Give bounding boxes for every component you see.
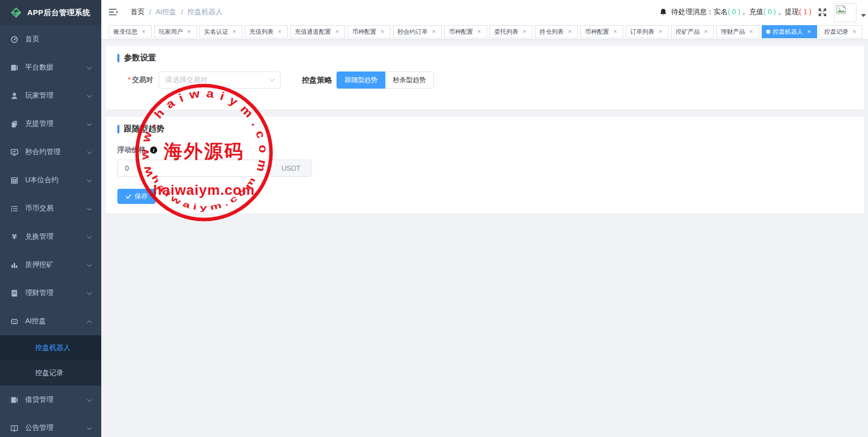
avatar[interactable] (834, 3, 856, 22)
notice-label-1: 实名 (714, 8, 728, 16)
tag-tab[interactable]: 持仓列表× (535, 25, 578, 38)
sidebar-item-seconds-contract[interactable]: 秒合约管理 (0, 138, 101, 166)
close-icon[interactable]: × (276, 28, 283, 35)
chevron-down-icon (87, 121, 92, 126)
tag-tab[interactable]: 账变信息× (109, 25, 152, 38)
hamburger-icon[interactable] (109, 8, 118, 16)
fullscreen-icon[interactable] (818, 8, 827, 17)
sidebar-item-label: 理财管理 (25, 288, 88, 298)
header-actions: 待处理消息：实名( 0 )， 充值( 0 )， 提现( 1 ) (659, 2, 868, 22)
tag-tab[interactable]: 币种配置× (348, 25, 390, 38)
tag-tab-label: 币种配置 (585, 28, 609, 36)
sidebar-submenu: 控盘机器人控盘记录 (0, 335, 101, 386)
close-icon[interactable]: × (476, 28, 483, 35)
main-content: 参数设置 *交易对 请选择交易对 控盘策略 跟随型趋势秒杀型趋势 跟随型趋势 浮… (101, 40, 868, 437)
float-price-row: 浮动价格 i (111, 145, 858, 155)
close-icon[interactable]: × (379, 28, 386, 35)
app-logo: APP后台管理系统 (0, 0, 101, 25)
close-icon[interactable]: × (566, 28, 573, 35)
sidebar-item-ai-control[interactable]: AI控盘 (0, 307, 101, 335)
tag-tab[interactable]: 控盘记录× (820, 25, 862, 38)
tag-tab-label: 充值通道配置 (295, 28, 331, 36)
tag-tab[interactable]: 币种配置× (444, 25, 487, 38)
deposit-withdraw-icon (10, 120, 19, 128)
notice-count-3: ( 1 ) (799, 8, 812, 16)
tag-tab-label: 持仓列表 (540, 28, 564, 36)
section-title-text: 参数设置 (124, 53, 156, 63)
tag-tab-label: 充值列表 (249, 28, 274, 36)
sidebar-item-announcement[interactable]: 公告管理 (0, 414, 101, 437)
float-price-input[interactable] (117, 160, 271, 177)
user-menu-caret-icon[interactable] (861, 14, 866, 17)
seconds-contract-icon (10, 148, 19, 157)
sidebar-item-dashboard[interactable]: 首页 (0, 25, 101, 53)
close-icon[interactable]: × (851, 28, 858, 35)
sidebar-menu: 首页平台数据玩家管理充提管理秒合约管理U本位合约币币交易兑换管理质押挖矿理财管理… (0, 25, 101, 437)
pending-messages: 待处理消息：实名( 0 )， 充值( 0 )， 提现( 1 ) (672, 8, 812, 17)
tag-tab-label: 币种配置 (449, 28, 473, 36)
strategy-option-active[interactable]: 跟随型趋势 (337, 71, 385, 89)
follow-trend-card: 跟随型趋势 浮动价格 i USDT 保存 (105, 117, 864, 213)
sidebar-subitem[interactable]: 控盘机器人 (0, 335, 101, 360)
float-price-label: 浮动价格 (117, 145, 146, 155)
close-icon[interactable]: × (430, 28, 437, 35)
tag-tab[interactable]: 实名认证× (199, 25, 242, 38)
close-icon[interactable]: × (231, 28, 238, 35)
notice-count-2: ( 0 ) (763, 8, 776, 16)
pair-select[interactable]: 请选择交易对 (159, 71, 281, 89)
sidebar-subitem[interactable]: 控盘记录 (0, 360, 101, 386)
chevron-down-icon (87, 149, 92, 154)
bell-icon[interactable] (659, 8, 667, 17)
close-icon[interactable]: × (521, 28, 528, 35)
close-icon[interactable]: × (185, 28, 192, 35)
platform-data-icon (10, 63, 19, 72)
close-icon[interactable]: × (140, 28, 147, 35)
close-icon[interactable]: × (612, 28, 619, 35)
tag-tab-label: 控盘机器人 (773, 28, 803, 36)
tag-tab-active[interactable]: 控盘机器人× (762, 25, 817, 38)
section-title-trend: 跟随型趋势 (111, 124, 858, 134)
tag-tab[interactable]: 充值通道配置× (290, 25, 345, 38)
sidebar-item-exchange[interactable]: 兑换管理 (0, 223, 101, 251)
sidebar-item-u-contract[interactable]: U本位合约 (0, 166, 101, 194)
sidebar-item-platform-data[interactable]: 平台数据 (0, 53, 101, 82)
sidebar-item-players[interactable]: 玩家管理 (0, 82, 101, 110)
pair-label: *交易对 (117, 76, 153, 85)
close-icon[interactable]: × (333, 28, 341, 35)
tag-tab[interactable]: 充值列表× (245, 25, 288, 38)
exchange-icon (10, 233, 19, 241)
loan-icon (10, 396, 19, 404)
notice-prefix: 待处理消息： (672, 8, 714, 16)
tag-tab[interactable]: 币种配置× (580, 25, 623, 38)
tag-tab[interactable]: 挖矿产品× (671, 25, 714, 38)
tag-tab[interactable]: 玩家用户× (154, 25, 197, 38)
chevron-down-icon (87, 397, 92, 402)
strategy-option[interactable]: 秒杀型趋势 (385, 71, 434, 89)
sidebar-item-loan[interactable]: 借贷管理 (0, 386, 101, 414)
notice-separator: ， (740, 8, 749, 16)
notice-label-3: 提现 (785, 8, 799, 16)
sidebar-item-staking-mining[interactable]: 质押挖矿 (0, 251, 101, 279)
tag-tab[interactable]: 订单列表× (626, 25, 669, 38)
tag-tab[interactable]: 委托列表× (490, 25, 532, 38)
close-icon[interactable]: × (806, 28, 813, 35)
chevron-down-icon (87, 425, 92, 430)
sidebar-item-label: 充提管理 (25, 119, 88, 128)
sidebar-item-wealth[interactable]: 理财管理 (0, 279, 101, 307)
close-icon[interactable]: × (702, 28, 709, 35)
strategy-label: 控盘策略 (302, 76, 332, 85)
close-icon[interactable]: × (748, 28, 755, 35)
breadcrumb-item[interactable]: 控盘机器人 (187, 8, 223, 17)
breadcrumb-item[interactable]: AI控盘 (156, 8, 176, 17)
close-icon[interactable]: × (657, 28, 664, 35)
tag-tab[interactable]: 理财产品× (716, 25, 759, 38)
section-title-params: 参数设置 (111, 53, 858, 63)
save-button[interactable]: 保存 (117, 189, 156, 204)
info-icon[interactable]: i (150, 147, 157, 154)
sidebar-item-deposit-withdraw[interactable]: 充提管理 (0, 110, 101, 138)
input-suffix-usdt: USDT (271, 160, 311, 177)
sidebar-item-spot-trade[interactable]: 币币交易 (0, 194, 101, 223)
breadcrumb-separator: / (149, 8, 151, 16)
tag-tab[interactable]: 秒合约订单× (393, 25, 442, 38)
ai-control-icon (10, 317, 19, 326)
